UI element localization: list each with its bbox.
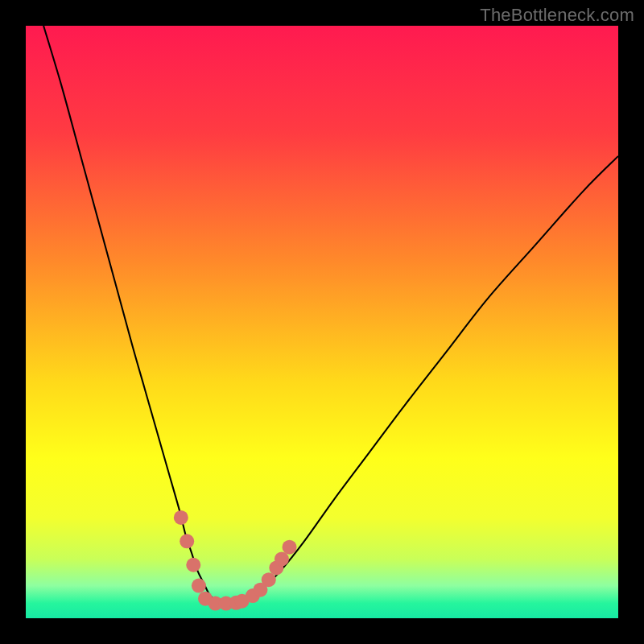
highlight-dot <box>262 572 276 587</box>
curve-layer <box>26 26 618 618</box>
watermark-text: TheBottleneck.com <box>480 5 634 26</box>
highlight-dot <box>180 534 194 548</box>
bottleneck-curve <box>43 26 618 604</box>
highlight-dot <box>174 510 188 525</box>
highlight-dot <box>283 540 297 555</box>
plot-area <box>26 26 618 618</box>
highlight-dots <box>174 510 297 611</box>
highlight-dot <box>192 579 206 593</box>
chart-container: TheBottleneck.com <box>0 0 644 644</box>
highlight-dot <box>275 551 289 566</box>
highlight-dot <box>186 558 200 572</box>
